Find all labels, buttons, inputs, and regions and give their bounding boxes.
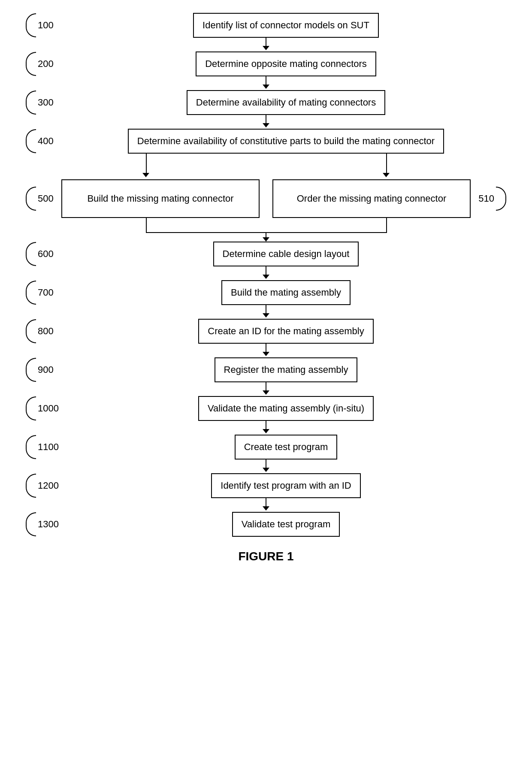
split-right-510: Order the missing mating connector (272, 179, 471, 218)
step-100-row: 100 Identify list of connector models on… (26, 13, 506, 38)
step-1200-label: 1200 (26, 474, 61, 498)
converge-left (26, 218, 266, 242)
bracket-500 (26, 187, 36, 211)
step-200-row: 200 Determine opposite mating connectors (26, 51, 506, 76)
step-700-box: Build the mating assembly (221, 280, 351, 305)
step-1100-num: 1100 (38, 441, 61, 453)
step-200-content: Determine opposite mating connectors (61, 51, 506, 76)
step-1100-text: Create test program (244, 441, 328, 452)
bracket-1300 (26, 512, 36, 536)
step-400-content: Determine availability of constitutive p… (61, 129, 506, 154)
step-900-num: 900 (38, 364, 61, 375)
step-300-text: Determine availability of mating connect… (196, 97, 376, 108)
step-800-text: Create an ID for the mating assembly (208, 326, 364, 336)
step-900-label: 900 (26, 358, 61, 382)
bracket-1100 (26, 435, 36, 459)
converge-arrows (26, 218, 506, 242)
step-400-num: 400 (38, 136, 61, 147)
step-200-box: Determine opposite mating connectors (196, 51, 376, 76)
step-200-text: Determine opposite mating connectors (205, 58, 367, 69)
step-1000-box: Validate the mating assembly (in-situ) (198, 396, 374, 421)
arrow-100-200 (26, 38, 506, 51)
step-700-num: 700 (38, 287, 61, 298)
arrow-800-900 (26, 344, 506, 357)
step-1100-label: 1100 (26, 435, 61, 459)
step-200-label: 200 (26, 52, 61, 76)
converge-center-line (266, 232, 266, 237)
step-1200-row: 1200 Identify test program with an ID (26, 473, 506, 498)
converge-center (263, 232, 269, 242)
step-1300-box: Validate test program (232, 512, 340, 537)
step-400-row: 400 Determine availability of constituti… (26, 129, 506, 154)
converge-right (266, 218, 506, 242)
bracket-510 (496, 187, 506, 211)
step-800-box: Create an ID for the mating assembly (198, 319, 373, 344)
step-1300-content: Validate test program (61, 512, 506, 537)
step-1100-box: Create test program (235, 435, 338, 460)
arrow-200-300 (26, 76, 506, 90)
bracket-1200 (26, 474, 36, 498)
step-510-label: 510 (471, 187, 506, 211)
step-300-content: Determine availability of mating connect… (61, 90, 506, 115)
split-arrow-left (26, 154, 266, 179)
step-900-box: Register the mating assembly (215, 357, 358, 382)
step-1000-content: Validate the mating assembly (in-situ) (61, 396, 506, 421)
split-row-500-510: Build the missing mating connector Order… (61, 179, 471, 218)
step-900-text: Register the mating assembly (224, 364, 348, 375)
step-400-label: 400 (26, 129, 61, 153)
arrow-700-800 (26, 305, 506, 319)
step-1200-content: Identify test program with an ID (61, 473, 506, 498)
step-510-num: 510 (471, 193, 494, 204)
bracket-700 (26, 281, 36, 305)
step-100-box: Identify list of connector models on SUT (193, 13, 379, 38)
converge-center-arrow (263, 237, 269, 242)
bracket-600 (26, 242, 36, 266)
arrow-600-700 (26, 266, 506, 280)
step-1300-row: 1300 Validate test program (26, 512, 506, 537)
bracket-1000 (26, 396, 36, 420)
step-1200-num: 1200 (38, 480, 61, 491)
step-900-row: 900 Register the mating assembly (26, 357, 506, 382)
step-800-label: 800 (26, 319, 61, 343)
step-1200-text: Identify test program with an ID (221, 480, 351, 491)
step-1300-label: 1300 (26, 512, 61, 536)
bracket-800 (26, 319, 36, 343)
step-300-row: 300 Determine availability of mating con… (26, 90, 506, 115)
step-600-label: 600 (26, 242, 61, 266)
step-100-content: Identify list of connector models on SUT (61, 13, 506, 38)
step-100-text: Identify list of connector models on SUT (203, 20, 369, 30)
step-700-label: 700 (26, 281, 61, 305)
arrow-900-1000 (26, 382, 506, 396)
step-100-label: 100 (26, 13, 61, 37)
step-300-label: 300 (26, 91, 61, 115)
step-900-content: Register the mating assembly (61, 357, 506, 382)
bracket-200 (26, 52, 36, 76)
bracket-300 (26, 91, 36, 115)
step-500-text: Build the missing mating connector (87, 193, 233, 204)
step-300-box: Determine availability of mating connect… (187, 90, 385, 115)
step-800-content: Create an ID for the mating assembly (61, 319, 506, 344)
step-700-content: Build the mating assembly (61, 280, 506, 305)
step-1000-row: 1000 Validate the mating assembly (in-si… (26, 396, 506, 421)
step-1100-content: Create test program (61, 435, 506, 460)
split-arrow-right (266, 154, 506, 179)
bracket-900 (26, 358, 36, 382)
flowchart: 100 Identify list of connector models on… (26, 13, 506, 563)
step-700-text: Build the mating assembly (231, 287, 341, 298)
step-200-num: 200 (38, 58, 61, 70)
step-1000-num: 1000 (38, 403, 61, 414)
step-500-num: 500 (38, 193, 61, 204)
arrow-1100-1200 (26, 460, 506, 473)
step-500-box: Build the missing mating connector (61, 179, 260, 218)
split-left-500: Build the missing mating connector (61, 179, 260, 218)
step-500-label: 500 (26, 187, 61, 211)
step-1300-num: 1300 (38, 519, 61, 530)
step-510-box: Order the missing mating connector (272, 179, 471, 218)
arrow-1000-1100 (26, 421, 506, 435)
step-600-num: 600 (38, 248, 61, 260)
step-1000-text: Validate the mating assembly (in-situ) (208, 403, 364, 414)
step-1200-box: Identify test program with an ID (211, 473, 360, 498)
step-100-num: 100 (38, 20, 61, 31)
step-600-box: Determine cable design layout (213, 242, 359, 266)
step-500-510-row: 500 Build the missing mating connector O… (26, 179, 506, 218)
